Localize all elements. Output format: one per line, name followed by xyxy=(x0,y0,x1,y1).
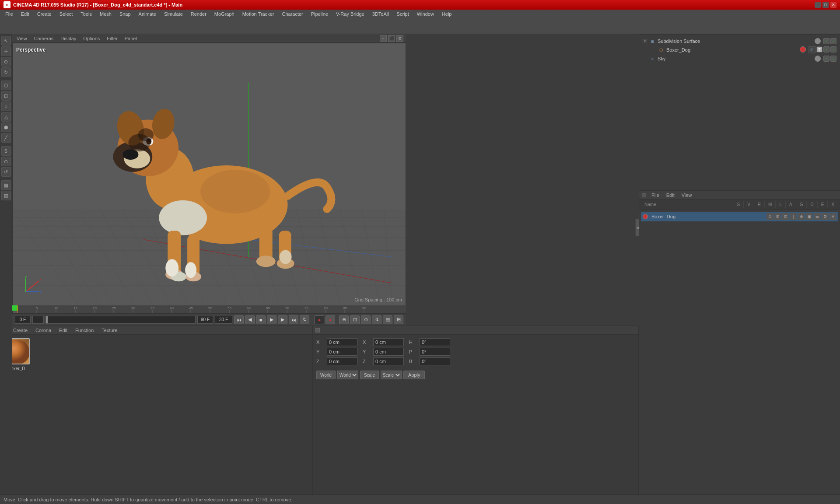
tool-1[interactable]: ⬡ xyxy=(1,80,11,90)
loop-button[interactable]: ↻ xyxy=(300,315,309,324)
tool-2[interactable]: ⊞ xyxy=(1,91,11,101)
subdivision-check2[interactable]: ✓ xyxy=(830,38,836,44)
z-rot-field[interactable] xyxy=(373,357,404,365)
record-button[interactable]: ● xyxy=(315,315,324,324)
h-field[interactable] xyxy=(420,338,450,346)
tool-4[interactable]: △ xyxy=(1,112,11,122)
menu-item-3dtoall[interactable]: 3DToAll xyxy=(369,10,392,18)
world-button[interactable]: World xyxy=(316,371,336,379)
tool-6[interactable]: ╱ xyxy=(1,133,11,143)
vp-icon-arrows[interactable]: ↔ xyxy=(380,35,387,42)
play-forward-button[interactable]: ▶ xyxy=(267,315,276,324)
tool-5[interactable]: ⬢ xyxy=(1,122,11,132)
tool-10[interactable]: ▦ xyxy=(1,180,11,190)
mat-tab-edit[interactable]: Edit xyxy=(57,327,69,334)
right-expand-tab[interactable]: ◀ xyxy=(635,219,639,236)
expand-icon[interactable]: ▼ xyxy=(643,39,647,43)
vp-tab-cameras[interactable]: Cameras xyxy=(32,35,56,42)
key-button[interactable]: ⊕ xyxy=(339,315,349,324)
attr-menu-file[interactable]: File xyxy=(650,192,661,199)
obj-item-subdivision[interactable]: ▼ ⊞ Subdivision Surface ✓ ✓ xyxy=(641,37,838,46)
vp-tab-panel[interactable]: Panel xyxy=(123,35,139,42)
goto-end-button[interactable]: ⏭ xyxy=(289,315,298,324)
menu-item-script[interactable]: Script xyxy=(393,10,413,18)
tool-9[interactable]: ↺ xyxy=(1,167,11,177)
scale-dropdown[interactable]: Scale xyxy=(381,371,402,379)
boxer-dot[interactable] xyxy=(800,46,806,52)
tool-scale[interactable]: ⊕ xyxy=(1,57,11,66)
tool-7[interactable]: S xyxy=(1,146,11,156)
tool-8[interactable]: ⊙ xyxy=(1,157,11,166)
attr-menu-view[interactable]: View xyxy=(680,192,694,199)
x-rot-field[interactable] xyxy=(373,338,404,346)
boxer-check2[interactable]: ✓ xyxy=(830,46,836,52)
attr-btn-8[interactable]: ⚙ xyxy=(822,213,829,220)
subdivision-dot[interactable] xyxy=(815,38,821,44)
menu-item-file[interactable]: File xyxy=(2,10,17,18)
menu-item-edit[interactable]: Edit xyxy=(18,10,33,18)
current-frame-field[interactable] xyxy=(32,316,44,324)
minimize-button[interactable]: ─ xyxy=(815,2,821,8)
record-auto-button[interactable]: ● xyxy=(326,315,335,324)
next-frame-button[interactable]: ▶ xyxy=(278,315,287,324)
mat-tab-function[interactable]: Function xyxy=(74,327,95,334)
key4-button[interactable]: ↯ xyxy=(372,315,382,324)
menu-item-mesh[interactable]: Mesh xyxy=(96,10,115,18)
menu-item-create[interactable]: Create xyxy=(34,10,55,18)
tool-11[interactable]: ▧ xyxy=(1,191,11,200)
goto-start-button[interactable]: ⏮ xyxy=(234,315,244,324)
tool-3[interactable]: ○ xyxy=(1,102,11,111)
menu-item-pipeline[interactable]: Pipeline xyxy=(308,10,332,18)
menu-item-snap[interactable]: Snap xyxy=(116,10,134,18)
vp-icon-settings[interactable]: ⚙ xyxy=(396,35,403,42)
subdivision-check1[interactable]: ✓ xyxy=(823,38,830,44)
sky-check2[interactable]: ✓ xyxy=(830,56,836,62)
mat-tab-create[interactable]: Create xyxy=(11,327,29,334)
menu-item-character[interactable]: Character xyxy=(278,10,306,18)
menu-item-window[interactable]: Window xyxy=(413,10,438,18)
tool-select[interactable]: ↖ xyxy=(1,36,11,46)
menu-item-v-ray-bridge[interactable]: V-Ray Bridge xyxy=(332,10,368,18)
key3-button[interactable]: ⊙ xyxy=(361,315,371,324)
mat-tab-texture[interactable]: Texture xyxy=(100,327,119,334)
attr-btn-3[interactable]: ⊡ xyxy=(782,213,789,220)
stop-button[interactable]: ■ xyxy=(256,315,266,324)
boxer-check1[interactable]: ✓ xyxy=(823,46,830,52)
menu-item-tools[interactable]: Tools xyxy=(77,10,95,18)
title-bar-controls[interactable]: ─ □ ✕ xyxy=(815,2,836,8)
p-field[interactable] xyxy=(420,348,450,356)
menu-item-help[interactable]: Help xyxy=(438,10,455,18)
vp-tab-display[interactable]: Display xyxy=(59,35,78,42)
start-frame-field[interactable] xyxy=(15,316,31,324)
scale-button[interactable]: Scale xyxy=(360,371,379,379)
menu-item-animate[interactable]: Animate xyxy=(135,10,160,18)
fps-field[interactable] xyxy=(215,316,232,324)
viewport-canvas[interactable]: Perspective x y z Grid Spacing : 100 cm xyxy=(13,43,406,305)
attr-row-boxer-dog[interactable]: Boxer_Dog ⊙ ⊞ ⊡ | ⊕ ▣ ☰ ⚙ H xyxy=(641,212,838,221)
end-frame-field[interactable] xyxy=(197,316,213,324)
timeline-ruler[interactable]: 5 10 15 20 25 30 35 40 45 50 55 60 65 xyxy=(18,305,406,313)
menu-item-mograph[interactable]: MoGraph xyxy=(211,10,238,18)
menu-item-motion-tracker[interactable]: Motion Tracker xyxy=(239,10,278,18)
key5-button[interactable]: ▤ xyxy=(383,315,392,324)
mat-tab-corona[interactable]: Corona xyxy=(34,327,53,334)
z-pos-field[interactable] xyxy=(327,357,357,365)
attr-btn-5[interactable]: ⊕ xyxy=(798,213,805,220)
key2-button[interactable]: ⊡ xyxy=(350,315,360,324)
attr-btn-6[interactable]: ▣ xyxy=(806,213,813,220)
attr-btn-4[interactable]: | xyxy=(790,213,797,220)
x-pos-field[interactable] xyxy=(327,338,357,346)
boxer-tag2[interactable]: T xyxy=(816,46,822,52)
boxer-tag1[interactable]: ⊞ xyxy=(808,46,816,53)
close-button[interactable]: ✕ xyxy=(830,2,836,8)
apply-button[interactable]: Apply xyxy=(403,371,425,379)
vp-tab-filter[interactable]: Filter xyxy=(105,35,119,42)
attr-btn-1[interactable]: ⊙ xyxy=(766,213,774,220)
vp-icon-expand[interactable]: ⬛ xyxy=(388,35,395,42)
y-pos-field[interactable] xyxy=(327,348,357,356)
world-dropdown[interactable]: World xyxy=(337,371,358,379)
vp-tab-view[interactable]: View xyxy=(15,35,29,42)
obj-item-boxer-dog[interactable]: ⬡ Boxer_Dog ⊞ T ✓ ✓ xyxy=(641,46,838,54)
sky-dot[interactable] xyxy=(815,56,821,62)
vp-tab-options[interactable]: Options xyxy=(81,35,102,42)
